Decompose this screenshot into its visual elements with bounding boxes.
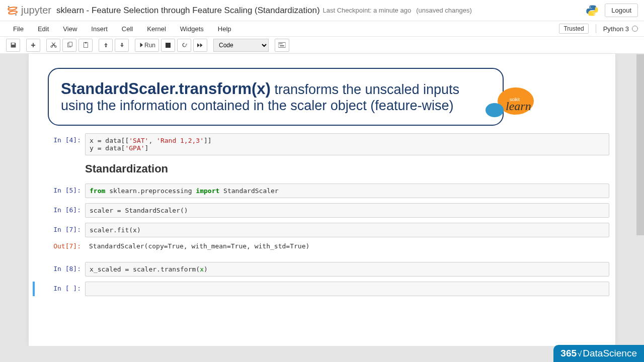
restart-button[interactable] [177,39,191,52]
svg-point-0 [8,7,17,11]
svg-point-6 [594,14,595,15]
menu-view[interactable]: View [56,22,84,36]
run-all-button[interactable] [193,39,207,52]
stop-button[interactable] [161,39,175,52]
svg-rect-13 [279,43,280,44]
command-palette-button[interactable] [275,39,289,52]
svg-rect-11 [166,43,171,48]
logout-button[interactable]: Logout [605,4,638,17]
cut-button[interactable] [46,39,60,52]
output-cell-7: Out[7]: StandardScaler(copy=True, with_m… [35,239,609,253]
in-prompt: In [6]: [35,203,85,218]
code-input[interactable]: from sklearn.preprocessing import Standa… [85,184,609,198]
code-cell-4[interactable]: In [4]: x = data[['SAT', 'Rand 1,2,3']] … [35,133,609,155]
svg-point-5 [590,6,591,7]
svg-text:learn: learn [506,100,531,113]
menu-kernel[interactable]: Kernel [140,22,173,36]
explanation-callout: StandardScaler.transform(x) transforms t… [48,68,504,126]
in-prompt: In [ ]: [35,282,85,296]
jupyter-icon [6,4,19,17]
in-prompt: In [4]: [35,133,85,155]
scrollbar[interactable] [636,54,644,235]
svg-rect-10 [85,42,86,43]
md-content: Standardization [85,160,609,177]
code-input[interactable] [85,282,609,296]
code-output: StandardScaler(copy=True, with_mean=True… [85,239,609,253]
kernel-indicator[interactable]: Python 3 [603,25,638,33]
notebook-area[interactable]: StandardScaler.transform(x) transforms t… [28,54,616,346]
code-cell-7[interactable]: In [7]: scaler.fit(x) [35,223,609,237]
menubar: File Edit View Insert Cell Kernel Widget… [0,21,644,37]
unsaved-text: (unsaved changes) [416,7,472,14]
code-input[interactable]: scaler = StandardScaler() [85,203,609,218]
code-cell-5[interactable]: In [5]: from sklearn.preprocessing impor… [35,184,609,198]
md-prompt [35,160,85,177]
svg-rect-8 [68,42,72,46]
in-prompt: In [7]: [35,223,85,237]
menu-insert[interactable]: Insert [84,22,115,36]
code-cell-6[interactable]: In [6]: scaler = StandardScaler() [35,203,609,218]
code-input[interactable]: x_scaled = scaler.transform(x) [85,262,609,277]
svg-point-18 [486,103,504,117]
svg-rect-15 [282,43,283,44]
callout-title: StandardScaler.transform(x) [61,80,271,98]
copy-button[interactable] [62,39,76,52]
kernel-name: Python 3 [603,25,629,33]
add-cell-button[interactable]: + [26,39,40,52]
section-heading: Standardization [85,162,609,175]
paste-button[interactable] [78,39,93,52]
notebook-title[interactable]: sklearn - Feature Selection through Feat… [56,6,320,16]
svg-rect-16 [280,45,284,46]
move-up-button[interactable] [99,39,113,52]
separator [596,24,596,33]
run-button[interactable]: ▶ RunRun [135,39,159,52]
out-prompt: Out[7]: [35,239,85,253]
scikit-learn-logo: scikitlearn [485,86,540,123]
code-cell-8[interactable]: In [8]: x_scaled = scaler.transform(x) [35,262,609,277]
svg-point-3 [16,7,17,8]
jupyter-logo-text: jupyter [21,5,51,16]
menu-edit[interactable]: Edit [31,22,56,36]
menu-widgets[interactable]: Widgets [173,22,211,36]
watermark-badge: 365√DataScience [553,345,644,346]
code-input[interactable]: x = data[['SAT', 'Rand 1,2,3']] y = data… [85,133,609,155]
trusted-badge[interactable]: Trusted [559,24,588,34]
markdown-cell[interactable]: Standardization [35,160,609,177]
toolbar: + ▶ RunRun Code [0,37,644,54]
menu-file[interactable]: File [6,22,31,36]
cell-type-select[interactable]: Code [213,39,269,52]
in-prompt: In [8]: [35,262,85,277]
code-cell-empty[interactable]: In [ ]: [33,282,609,296]
python-icon [586,4,599,17]
svg-rect-14 [280,43,281,44]
in-prompt: In [5]: [35,184,85,198]
checkpoint-text: Last Checkpoint: a minute ago [323,7,412,14]
code-input[interactable]: scaler.fit(x) [85,223,609,237]
notebook-header: jupyter sklearn - Feature Selection thro… [0,0,644,21]
move-down-button[interactable] [115,39,129,52]
svg-rect-12 [278,43,286,48]
jupyter-logo[interactable]: jupyter [6,4,51,17]
svg-point-1 [9,11,17,15]
svg-point-2 [8,6,10,7]
kernel-status-icon [632,26,638,32]
svg-point-4 [15,14,17,16]
menu-cell[interactable]: Cell [115,22,140,36]
menu-help[interactable]: Help [211,22,238,36]
save-button[interactable] [6,39,20,52]
